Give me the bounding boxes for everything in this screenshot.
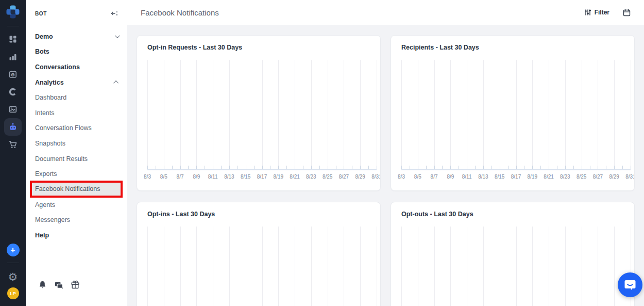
axis-tick xyxy=(328,166,328,169)
sidebar-item-bots[interactable]: Bots xyxy=(26,44,127,60)
axis-tick xyxy=(606,166,606,169)
sidebar-item-dashboard[interactable]: Dashboard xyxy=(26,90,127,105)
bot-icon[interactable] xyxy=(4,118,22,136)
axis-tick xyxy=(467,166,467,169)
sidebar-item-label: Facebook Notifications xyxy=(35,185,100,192)
bar-chart-icon[interactable] xyxy=(4,48,22,66)
sidebar-item-label: Analytics xyxy=(35,79,64,86)
axis-tick xyxy=(524,166,524,169)
axis-tick xyxy=(573,166,574,169)
axis-tick xyxy=(229,166,230,169)
dashboard-grid-icon[interactable] xyxy=(4,30,22,48)
x-tick-label: 8/9 xyxy=(447,174,454,180)
x-tick-label: 8/29 xyxy=(609,174,619,180)
axis-tick xyxy=(286,166,287,169)
sidebar-item-label: Bots xyxy=(35,48,49,55)
sidebar-item-label: Exports xyxy=(35,170,57,178)
sidebar-item-snapshots[interactable]: Snapshots xyxy=(26,136,127,151)
x-tick-label: 8/21 xyxy=(290,174,299,180)
sidebar-item-label: Intents xyxy=(35,109,55,117)
gridline xyxy=(614,60,615,169)
sidebar-item-messengers[interactable]: Messengers xyxy=(26,213,127,228)
gridline xyxy=(532,60,533,169)
gridline xyxy=(344,227,344,306)
gridline xyxy=(213,60,213,169)
media-icon[interactable] xyxy=(4,101,22,118)
sidebar-item-document-results[interactable]: Document Results xyxy=(26,151,127,167)
x-tick-label: 8/19 xyxy=(528,174,537,180)
chart-title: Opt-outs - Last 30 Days xyxy=(401,211,624,218)
chart-area: 8/38/58/78/98/118/138/158/178/198/218/23… xyxy=(401,227,631,306)
gridline xyxy=(614,227,615,306)
cart-icon[interactable] xyxy=(4,136,22,153)
gridline xyxy=(328,60,328,169)
gridline xyxy=(598,227,598,306)
axis-tick xyxy=(172,166,173,169)
x-tick-label: 8/25 xyxy=(577,174,586,180)
gridline xyxy=(278,227,279,306)
chart-card-opt-in-requests: Opt-in Requests - Last 30 Days 8/38/58/7… xyxy=(137,35,381,191)
active-item-highlight: Facebook Notifications xyxy=(32,183,121,196)
sidebar-item-agents[interactable]: Agents xyxy=(26,197,127,213)
chart-title: Opt-in Requests - Last 30 Days xyxy=(147,44,370,51)
x-tick-label: 8/21 xyxy=(544,174,553,180)
sidebar-item-exports[interactable]: Exports xyxy=(26,166,127,182)
app-logo xyxy=(6,5,20,19)
chart-area: 8/38/58/78/98/118/138/158/178/198/218/23… xyxy=(147,60,377,181)
avatar[interactable]: LP xyxy=(7,287,19,299)
axis-tick xyxy=(188,166,189,169)
x-tick-label: 8/13 xyxy=(224,174,234,180)
axis-tick xyxy=(565,166,566,169)
axis-tick xyxy=(475,166,476,169)
workspace-label: BOT xyxy=(35,11,47,17)
sidebar-item-help[interactable]: Help xyxy=(26,228,127,243)
sidebar-item-label: Help xyxy=(35,232,49,239)
axis-tick xyxy=(483,166,484,169)
gridline xyxy=(229,60,230,169)
main-area: Facebook Notifications Filter xyxy=(127,0,644,306)
donut-chart-icon[interactable] xyxy=(4,83,22,101)
chat-icon[interactable] xyxy=(54,281,63,289)
axis-tick xyxy=(442,166,443,169)
gridline xyxy=(434,227,435,306)
gridline xyxy=(147,227,148,306)
axis-tick xyxy=(147,166,148,169)
chat-launcher-button[interactable] xyxy=(618,272,642,297)
bell-icon[interactable] xyxy=(38,280,47,289)
collapse-sidebar-icon[interactable] xyxy=(110,9,118,18)
sidebar-item-conversations[interactable]: Conversations xyxy=(26,59,127,75)
sidebar-item-conversation-flows[interactable]: Conversation Flows xyxy=(26,121,127,136)
calendar-badge-icon[interactable]: 1 xyxy=(4,66,22,83)
chart-plot xyxy=(401,227,631,306)
gridline xyxy=(434,60,435,169)
sidebar-item-label: Conversation Flows xyxy=(35,124,92,132)
sidebar-item-intents[interactable]: Intents xyxy=(26,105,127,121)
sidebar-item-label: Agents xyxy=(35,201,55,208)
x-tick-label: 8/29 xyxy=(355,174,365,180)
sidebar-item-analytics[interactable]: Analytics xyxy=(26,75,127,90)
sidebar-item-demo[interactable]: Demo xyxy=(26,29,127,44)
rail-divider-bottom xyxy=(7,263,19,263)
calendar-icon[interactable] xyxy=(623,9,631,17)
sidebar-item-label: Dashboard xyxy=(35,94,66,101)
gridline xyxy=(500,227,500,306)
add-button[interactable]: + xyxy=(7,244,20,256)
gift-icon[interactable] xyxy=(71,280,80,289)
axis-tick xyxy=(557,166,557,169)
axis-tick xyxy=(500,166,500,169)
x-tick-label: 8/31 xyxy=(625,174,635,180)
gridline xyxy=(180,227,181,306)
x-tick-label: 8/9 xyxy=(193,174,200,180)
axis-tick xyxy=(270,166,270,169)
chat-bubble-icon xyxy=(623,278,637,292)
x-tick-label: 8/27 xyxy=(593,174,603,180)
sidebar-item-facebook-notifications[interactable]: Facebook Notifications xyxy=(30,181,123,198)
x-tick-label: 8/19 xyxy=(274,174,283,180)
x-tick-label: 8/11 xyxy=(462,174,472,180)
gear-icon[interactable]: ⚙ xyxy=(8,271,18,282)
axis-tick xyxy=(213,166,213,169)
x-tick-label: 8/5 xyxy=(414,174,421,180)
chart-area: 8/38/58/78/98/118/138/158/178/198/218/23… xyxy=(147,227,377,306)
filter-button[interactable]: Filter xyxy=(584,9,609,16)
chart-area: 8/38/58/78/98/118/138/158/178/198/218/23… xyxy=(401,60,631,181)
